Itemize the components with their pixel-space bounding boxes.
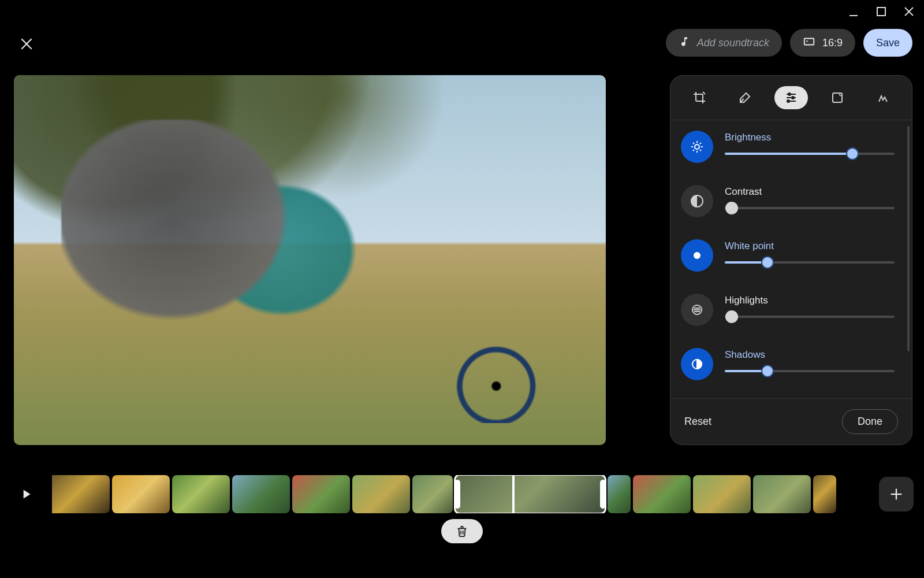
- svg-point-24: [694, 252, 701, 259]
- slider-label-contrast: Contrast: [725, 186, 895, 198]
- slider-row-shadows: Shadows: [681, 348, 895, 380]
- brightness-icon: [681, 131, 713, 163]
- timeline-clip[interactable]: [112, 475, 170, 513]
- svg-rect-1: [877, 8, 885, 16]
- slider-brightness[interactable]: [725, 153, 895, 155]
- slider-shadows[interactable]: [725, 370, 895, 372]
- timeline-clip[interactable]: [232, 475, 290, 513]
- slider-label-brightness: Brightness: [725, 132, 895, 143]
- timeline-clip[interactable]: [52, 475, 110, 513]
- trim-handle-right[interactable]: [600, 480, 606, 509]
- scroll-indicator: [907, 126, 910, 351]
- save-label: Save: [876, 37, 900, 49]
- timeline-clip[interactable]: [633, 475, 691, 513]
- timeline[interactable]: [52, 475, 872, 513]
- window-controls: [847, 5, 916, 18]
- adjust-panel: Brightness Contrast: [670, 75, 912, 445]
- aspect-ratio-icon: [803, 35, 815, 51]
- timeline-clip[interactable]: [172, 475, 230, 513]
- tab-markup[interactable]: [866, 86, 900, 109]
- timeline-clip[interactable]: [813, 475, 836, 513]
- aspect-ratio-label: 16:9: [822, 37, 843, 49]
- svg-line-20: [700, 150, 701, 151]
- tab-adjust[interactable]: [774, 86, 808, 109]
- slider-white-point[interactable]: [725, 261, 895, 264]
- timeline-clip[interactable]: [292, 475, 350, 513]
- tab-filters[interactable]: [821, 86, 854, 109]
- window-close-button[interactable]: [902, 5, 916, 18]
- preview-bicycle: [351, 275, 558, 423]
- white-point-icon: [681, 239, 713, 272]
- svg-point-10: [788, 93, 791, 95]
- add-soundtrack-label: Add soundtrack: [697, 37, 769, 49]
- panel-footer: Reset Done: [670, 398, 912, 444]
- svg-rect-6: [804, 38, 814, 45]
- svg-point-12: [787, 100, 789, 102]
- svg-point-11: [792, 97, 794, 99]
- slider-label-shadows: Shadows: [725, 349, 895, 361]
- save-button[interactable]: Save: [863, 29, 912, 57]
- close-editor-button[interactable]: [17, 35, 36, 53]
- timeline-row: [0, 474, 924, 514]
- svg-rect-13: [833, 93, 842, 102]
- play-button[interactable]: [0, 474, 52, 514]
- slider-row-highlights: Highlights: [681, 294, 895, 326]
- svg-line-19: [693, 143, 694, 144]
- contrast-icon: [681, 185, 713, 217]
- highlights-icon: [681, 294, 713, 326]
- slider-label-highlights: Highlights: [725, 295, 895, 306]
- tab-crop[interactable]: [683, 86, 716, 109]
- slider-row-white-point: White point: [681, 239, 895, 272]
- reset-button[interactable]: Reset: [684, 416, 711, 428]
- svg-line-21: [700, 143, 701, 144]
- sliders-list: Brightness Contrast: [670, 120, 912, 398]
- slider-highlights[interactable]: [725, 316, 895, 318]
- delete-clip-button[interactable]: [441, 519, 483, 543]
- done-button[interactable]: Done: [842, 409, 898, 434]
- add-clip-button[interactable]: [879, 477, 914, 512]
- timeline-clip[interactable]: [753, 475, 811, 513]
- shadows-icon: [681, 348, 713, 380]
- slider-contrast[interactable]: [725, 207, 895, 209]
- playhead[interactable]: [512, 475, 515, 513]
- music-note-icon: [679, 36, 690, 50]
- timeline-clip[interactable]: [352, 475, 410, 513]
- tab-tools[interactable]: [728, 86, 762, 109]
- aspect-ratio-button[interactable]: 16:9: [790, 29, 855, 57]
- window-maximize-button[interactable]: [874, 5, 888, 18]
- timeline-clip[interactable]: [412, 475, 453, 513]
- timeline-clip[interactable]: [608, 475, 631, 513]
- timeline-clip[interactable]: [693, 475, 751, 513]
- window-minimize-button[interactable]: [847, 5, 860, 18]
- slider-row-contrast: Contrast: [681, 185, 895, 217]
- trim-handle-left[interactable]: [454, 480, 460, 509]
- slider-row-brightness: Brightness: [681, 131, 895, 163]
- slider-label-white-point: White point: [725, 240, 895, 252]
- svg-point-14: [695, 144, 699, 149]
- video-preview[interactable]: [14, 75, 606, 445]
- add-soundtrack-button[interactable]: Add soundtrack: [666, 29, 782, 57]
- top-toolbar: Add soundtrack 16:9 Save: [666, 29, 912, 57]
- svg-line-22: [693, 150, 694, 151]
- panel-tabs: [670, 76, 912, 120]
- timeline-selected-clip[interactable]: [455, 475, 605, 513]
